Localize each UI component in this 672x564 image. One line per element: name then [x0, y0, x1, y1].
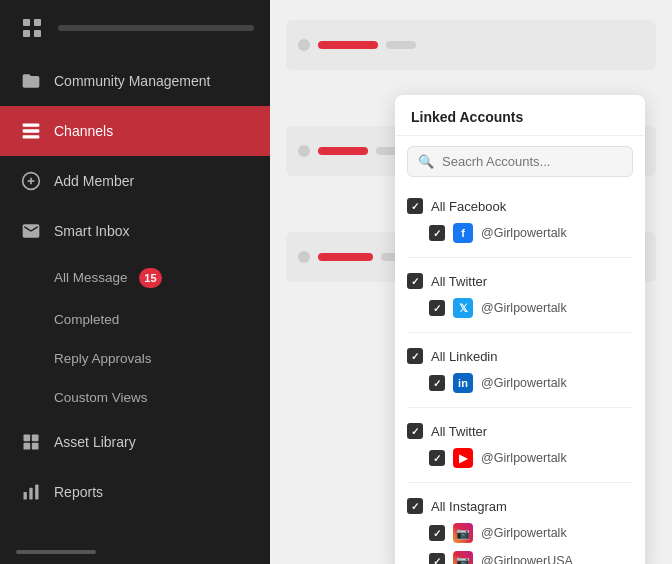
instagram-group-header[interactable]: All Instagram — [407, 493, 633, 519]
linkedin-group-header[interactable]: All Linkedin — [407, 343, 633, 369]
sidebar-item-channels[interactable]: Channels — [0, 106, 270, 156]
ig-acct-handle-0: @Girlpowertalk — [481, 526, 567, 540]
linkedin-account-girlpowertalk[interactable]: in @Girlpowertalk — [407, 369, 633, 397]
li-acct-handle-0: @Girlpowertalk — [481, 376, 567, 390]
sidebar-item-asset-library[interactable]: Asset Library — [0, 417, 270, 467]
svg-rect-11 — [32, 435, 39, 442]
divider-4 — [407, 482, 633, 483]
channels-icon — [20, 120, 42, 142]
li-acct-checkbox-0[interactable] — [429, 375, 445, 391]
twitter2-group-header[interactable]: All Twitter — [407, 418, 633, 444]
search-accounts-input[interactable] — [442, 154, 622, 169]
instagram-group-label: All Instagram — [431, 499, 507, 514]
twitter1-group-label: All Twitter — [431, 274, 487, 289]
svg-rect-0 — [23, 19, 30, 26]
svg-rect-5 — [23, 129, 40, 132]
reports-label: Reports — [54, 484, 103, 500]
instagram-icon-1: 📷 — [453, 551, 473, 564]
linked-accounts-search[interactable]: 🔍 — [407, 146, 633, 177]
sidebar-item-community[interactable]: Community Management — [0, 56, 270, 106]
linkedin-group-checkbox[interactable] — [407, 348, 423, 364]
content-bar-red-3 — [318, 253, 373, 261]
yt-acct-handle-0: @Girlpowertalk — [481, 451, 567, 465]
sidebar-bottom — [0, 540, 270, 564]
svg-rect-6 — [23, 135, 40, 138]
facebook-group-label: All Facebook — [431, 199, 506, 214]
sidebar-item-channels-label: Channels — [54, 123, 113, 139]
sidebar-search-bar — [58, 25, 254, 31]
linked-accounts-panel: Linked Accounts 🔍 All Facebook f @Girlpo… — [395, 95, 645, 564]
plus-circle-icon — [20, 170, 42, 192]
reports-icon — [20, 481, 42, 503]
svg-rect-14 — [24, 492, 27, 500]
fb-acct-handle-0: @Girlpowertalk — [481, 226, 567, 240]
completed-label: Completed — [54, 312, 119, 327]
fb-acct-checkbox-0[interactable] — [429, 225, 445, 241]
sidebar-item-completed[interactable]: Completed — [0, 300, 270, 339]
svg-rect-12 — [24, 443, 31, 450]
sidebar-item-community-label: Community Management — [54, 73, 210, 89]
svg-rect-2 — [23, 30, 30, 37]
sidebar-item-add-member-label: Add Member — [54, 173, 134, 189]
facebook-icon: f — [453, 223, 473, 243]
instagram-icon-0: 📷 — [453, 523, 473, 543]
twitter2-group-checkbox[interactable] — [407, 423, 423, 439]
sidebar-item-add-member[interactable]: Add Member — [0, 156, 270, 206]
twitter1-group-header[interactable]: All Twitter — [407, 268, 633, 294]
sidebar-item-reports[interactable]: Reports — [0, 467, 270, 517]
sidebar-item-custom-views[interactable]: Coustom Views — [0, 378, 270, 417]
tw-acct-checkbox-0[interactable] — [429, 300, 445, 316]
svg-rect-3 — [34, 30, 41, 37]
account-group-instagram: All Instagram 📷 @Girlpowertalk 📷 @Girlpo… — [395, 487, 645, 564]
account-group-twitter1: All Twitter 𝕏 @Girlpowertalk — [395, 262, 645, 328]
ig-account-1[interactable]: 📷 @GirlpowerUSA — [407, 547, 633, 564]
twitter1-account-girlpowertalk[interactable]: 𝕏 @Girlpowertalk — [407, 294, 633, 322]
all-message-label: All Message — [54, 270, 128, 285]
svg-rect-1 — [34, 19, 41, 26]
twitter-icon: 𝕏 — [453, 298, 473, 318]
content-dot — [298, 39, 310, 51]
linkedin-icon: in — [453, 373, 473, 393]
account-group-linkedin: All Linkedin in @Girlpowertalk — [395, 337, 645, 403]
facebook-group-header[interactable]: All Facebook — [407, 193, 633, 219]
sidebar-item-all-message[interactable]: All Message 15 — [0, 256, 270, 300]
smart-inbox-label: Smart Inbox — [54, 223, 129, 239]
twitter2-group-label: All Twitter — [431, 424, 487, 439]
content-bar-gray — [386, 41, 416, 49]
linked-accounts-title: Linked Accounts — [395, 95, 645, 136]
smart-inbox-header[interactable]: Smart Inbox — [0, 206, 270, 256]
divider-3 — [407, 407, 633, 408]
divider-2 — [407, 332, 633, 333]
divider-1 — [407, 257, 633, 258]
instagram-group-checkbox[interactable] — [407, 498, 423, 514]
twitter1-group-checkbox[interactable] — [407, 273, 423, 289]
svg-rect-15 — [29, 488, 32, 500]
asset-library-label: Asset Library — [54, 434, 136, 450]
ig-acct-handle-1: @GirlpowerUSA — [481, 554, 573, 564]
sidebar-top — [0, 0, 270, 56]
tw-acct-handle-0: @Girlpowertalk — [481, 301, 567, 315]
linkedin-group-label: All Linkedin — [431, 349, 498, 364]
inbox-icon — [20, 220, 42, 242]
ig-account-0[interactable]: 📷 @Girlpowertalk — [407, 519, 633, 547]
content-bar-red — [318, 41, 378, 49]
account-group-facebook: All Facebook f @Girlpowertalk — [395, 187, 645, 253]
smart-inbox-section: Smart Inbox All Message 15 Completed Rep… — [0, 206, 270, 417]
facebook-group-checkbox[interactable] — [407, 198, 423, 214]
sidebar-item-reply-approvals[interactable]: Reply Approvals — [0, 339, 270, 378]
folder-icon — [20, 70, 42, 92]
twitter2-account-girlpowertalk[interactable]: ▶ @Girlpowertalk — [407, 444, 633, 472]
sidebar: Community Management Channels Add Member — [0, 0, 270, 564]
content-line-1 — [286, 20, 656, 70]
yt-acct-checkbox-0[interactable] — [429, 450, 445, 466]
search-icon: 🔍 — [418, 154, 434, 169]
svg-rect-10 — [24, 435, 31, 442]
ig-acct-checkbox-0[interactable] — [429, 525, 445, 541]
svg-rect-13 — [32, 443, 39, 450]
svg-rect-16 — [35, 485, 38, 500]
ig-acct-checkbox-1[interactable] — [429, 553, 445, 564]
sidebar-scrollbar — [16, 550, 96, 554]
content-dot-2 — [298, 145, 310, 157]
facebook-account-girlpowertalk[interactable]: f @Girlpowertalk — [407, 219, 633, 247]
custom-views-label: Coustom Views — [54, 390, 148, 405]
